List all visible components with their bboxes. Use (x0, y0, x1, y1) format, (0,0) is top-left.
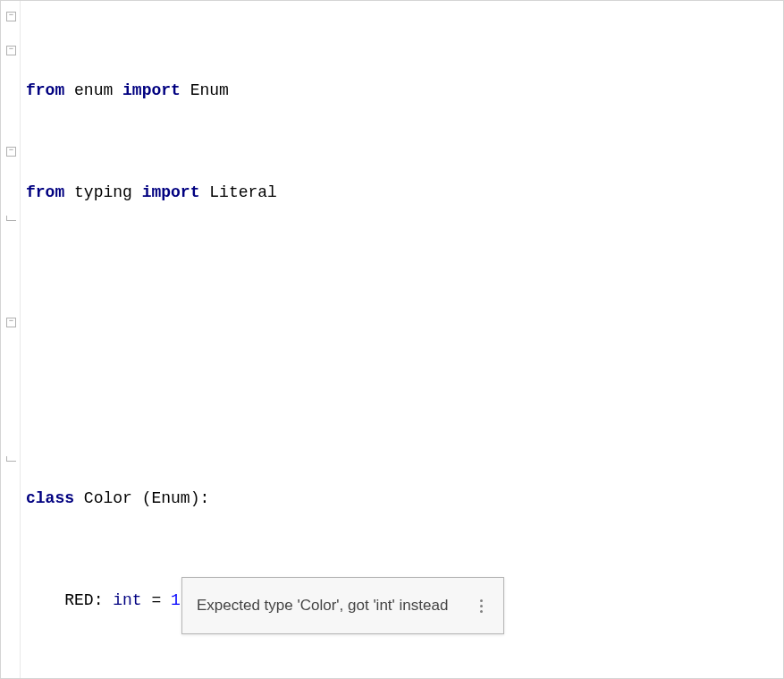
module-name: enum (74, 81, 113, 99)
import-name: Literal (209, 183, 277, 201)
code-editor[interactable]: from enum import Enum from typing import… (1, 1, 783, 678)
code-line[interactable] (26, 277, 778, 311)
fold-marker-icon[interactable] (6, 147, 16, 157)
code-area[interactable]: from enum import Enum from typing import… (21, 1, 783, 678)
more-actions-icon[interactable] (473, 599, 489, 613)
code-line[interactable]: from enum import Enum (26, 73, 778, 107)
import-name: Enum (190, 81, 229, 99)
type-name: int (113, 591, 141, 609)
keyword: import (122, 81, 181, 99)
number-literal: 1 (171, 591, 181, 609)
module-name: typing (74, 183, 132, 201)
type-error-tooltip: Expected type 'Color', got 'int' instead (181, 577, 504, 634)
fold-end-icon (6, 216, 16, 221)
code-line[interactable]: from typing import Literal (26, 175, 778, 209)
keyword: from (26, 183, 64, 201)
keyword: from (26, 81, 64, 99)
code-line[interactable] (26, 379, 778, 413)
gutter (1, 1, 21, 678)
fold-marker-icon[interactable] (6, 318, 16, 327)
member-name: RED (64, 591, 93, 609)
fold-marker-icon[interactable] (6, 46, 16, 55)
class-name: Color (84, 489, 132, 507)
fold-marker-icon[interactable] (6, 12, 16, 21)
base-class: Enum (151, 489, 190, 507)
tooltip-message: Expected type 'Color', got 'int' instead (197, 589, 448, 623)
keyword: import (142, 183, 200, 201)
keyword: class (26, 489, 74, 507)
fold-end-icon (6, 456, 16, 462)
code-line[interactable]: class Color (Enum): (26, 481, 778, 515)
